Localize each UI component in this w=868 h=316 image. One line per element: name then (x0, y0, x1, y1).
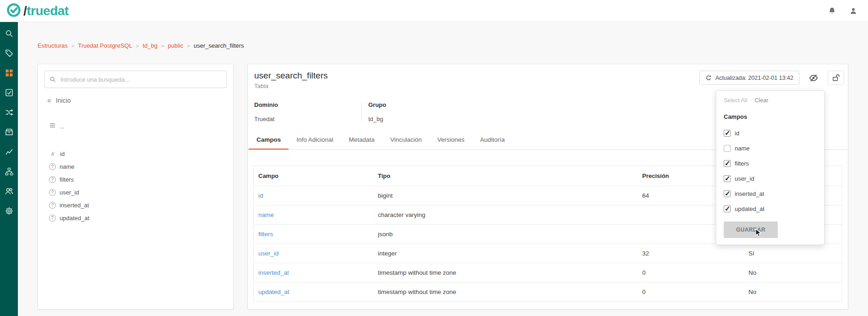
checkbox[interactable] (724, 160, 731, 167)
double-chevron-left-icon: « (47, 97, 51, 104)
clear-link[interactable]: Clear (754, 97, 768, 104)
home-collapse-item[interactable]: « Inicio (47, 96, 233, 105)
field-item-id[interactable]: # id (38, 147, 233, 160)
refresh-icon (705, 75, 712, 81)
breadcrumb-separator: > (161, 43, 164, 49)
eye-slash-icon (809, 73, 818, 83)
unknown-type-icon: ? (49, 202, 56, 209)
lock-button[interactable] (828, 71, 844, 85)
column-option-inserted-at[interactable]: inserted_at (724, 186, 817, 201)
table-row: inserted_at timestamp without time zone … (254, 263, 842, 283)
field-label: updated_at (60, 215, 89, 222)
domain-label: Dominio (254, 101, 361, 108)
users-icon[interactable] (5, 187, 13, 195)
user-icon[interactable] (850, 7, 857, 15)
checkbox[interactable] (724, 205, 731, 212)
breadcrumb-link[interactable]: public (168, 42, 183, 49)
checkbox[interactable] (724, 130, 731, 137)
search-icon[interactable] (5, 29, 13, 38)
title-block: user_search_filters Tabla (254, 71, 328, 89)
breadcrumb-link[interactable]: Truedat PostgreSQL (78, 42, 132, 49)
field-link[interactable]: user_id (254, 250, 373, 257)
breadcrumb-current: user_search_filters (194, 42, 244, 49)
truedat-logo-icon (6, 3, 21, 19)
col-header-tipo: Tipo (373, 172, 638, 179)
field-label: name (60, 163, 75, 170)
tab-info-adicional[interactable]: Info Adicional (289, 131, 341, 150)
tab-versiones[interactable]: Versiones (430, 131, 472, 150)
tab-metadata[interactable]: Metadata (341, 131, 382, 150)
home-label: Inicio (56, 97, 71, 104)
breadcrumb-separator: > (187, 43, 190, 49)
checkbox[interactable] (724, 190, 731, 197)
field-label: user_id (60, 189, 79, 196)
field-link[interactable]: name (254, 211, 373, 218)
option-label: updated_at (735, 205, 764, 212)
field-link[interactable]: updated_at (254, 288, 373, 295)
toggle-columns-button[interactable] (805, 71, 822, 85)
hierarchy-icon[interactable] (5, 167, 13, 176)
field-type: character varying (373, 211, 638, 218)
bell-icon[interactable] (828, 7, 836, 15)
guardar-button[interactable]: GUARDAR (724, 222, 778, 238)
updated-label: Actualizada: 2021-02-01 13:42 (715, 75, 793, 81)
domain-value: Truedat (254, 116, 361, 122)
option-label: filters (735, 160, 749, 167)
structure-search-input[interactable] (44, 71, 227, 88)
mouse-cursor (754, 228, 763, 239)
field-type: integer (373, 250, 638, 257)
validation-check-icon[interactable] (5, 89, 13, 97)
header-actions (828, 7, 862, 15)
chart-icon[interactable] (5, 148, 13, 156)
field-type: bigint (373, 192, 638, 199)
group-label: Grupo (368, 101, 386, 108)
tag-icon[interactable] (5, 49, 13, 57)
column-option-filters[interactable]: filters (724, 156, 817, 171)
select-all-link[interactable]: Select All (724, 97, 747, 104)
field-label: inserted_at (60, 202, 89, 209)
breadcrumb-link[interactable]: td_bg (142, 42, 158, 49)
column-option-name[interactable]: name (724, 141, 817, 156)
option-label: user_id (735, 175, 754, 182)
settings-gear-icon[interactable] (5, 207, 13, 215)
field-precision: 0 (638, 288, 744, 295)
unknown-type-icon: ? (49, 176, 56, 183)
search-icon (49, 76, 56, 83)
column-option-updated-at[interactable]: updated_at (724, 201, 817, 216)
refresh-updated-button[interactable]: Actualizada: 2021-02-01 13:42 (699, 71, 799, 85)
checkbox[interactable] (724, 145, 731, 152)
field-link[interactable]: inserted_at (254, 269, 373, 276)
field-label: filters (60, 176, 74, 183)
field-link[interactable]: id (254, 192, 373, 199)
column-option-id[interactable]: id (724, 126, 817, 141)
structures-grid-icon[interactable] (5, 69, 13, 77)
shuffle-icon[interactable] (5, 108, 13, 116)
field-label: id (60, 150, 65, 157)
breadcrumb-link[interactable]: Estructuras (38, 42, 68, 49)
field-type: jsonb (373, 231, 638, 238)
option-label: name (735, 145, 750, 152)
breadcrumb-separator: > (71, 43, 74, 49)
field-link[interactable]: filters (254, 231, 373, 238)
tab-vinculacion[interactable]: Vinculación (382, 131, 430, 150)
parent-label: .. (60, 123, 64, 130)
col-header-campo: Campo (254, 172, 373, 179)
tab-campos[interactable]: Campos (249, 131, 289, 150)
field-item-inserted-at[interactable]: ? inserted_at (38, 199, 233, 211)
unknown-type-icon: ? (49, 215, 56, 222)
field-nullable: No (744, 269, 842, 276)
group-value: td_bg (368, 116, 386, 122)
option-label: inserted_at (735, 190, 764, 197)
parent-directory-item[interactable]: .. (49, 122, 233, 130)
checkbox[interactable] (724, 175, 731, 182)
tab-auditoria[interactable]: Auditoría (472, 131, 513, 150)
field-item-user-id[interactable]: ? user_id (38, 186, 233, 199)
box-icon[interactable] (5, 128, 13, 136)
field-item-filters[interactable]: ? filters (38, 173, 233, 186)
field-precision: 32 (638, 250, 744, 257)
field-item-name[interactable]: ? name (38, 160, 233, 173)
truedat-logo[interactable]: /truedat (6, 3, 69, 19)
unknown-type-icon: ? (49, 189, 56, 196)
field-item-updated-at[interactable]: ? updated_at (38, 211, 233, 224)
column-option-user-id[interactable]: user_id (724, 171, 817, 186)
